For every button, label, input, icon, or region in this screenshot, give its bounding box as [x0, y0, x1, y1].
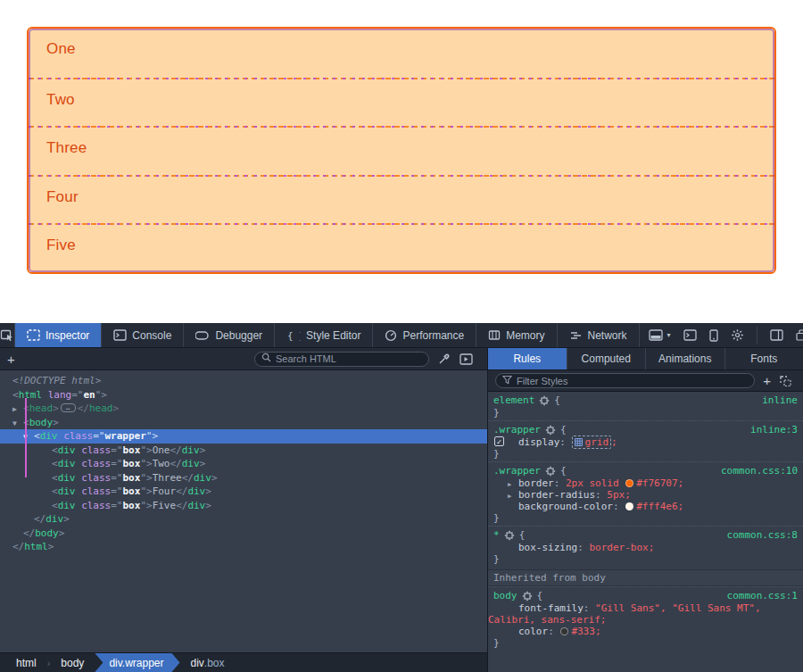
- iframe-picker-icon[interactable]: [459, 353, 473, 365]
- color-swatch[interactable]: [625, 502, 633, 510]
- css-declaration[interactable]: font-family: "Gill Sans", "Gill Sans MT"…: [488, 602, 803, 626]
- code-token: class: [81, 472, 111, 484]
- rule-location-link[interactable]: common.css:10: [721, 465, 798, 477]
- twisty-down-icon[interactable]: ▼: [12, 417, 17, 431]
- twisty-right-icon[interactable]: ▶: [12, 402, 17, 417]
- rule-location-link[interactable]: inline: [762, 394, 798, 406]
- tab-rules[interactable]: Rules: [488, 348, 567, 369]
- code-token: Two: [153, 458, 170, 469]
- property-name: border-radius: [518, 489, 595, 501]
- rule-selector[interactable]: element: [493, 394, 534, 406]
- tab-network[interactable]: Network: [558, 323, 640, 347]
- code-token: <: [12, 389, 19, 401]
- rule-selector[interactable]: *: [493, 529, 500, 541]
- colon: :: [548, 626, 559, 637]
- rule-location-link[interactable]: common.css:1: [727, 590, 798, 601]
- colon: :: [584, 602, 595, 614]
- tab-label: Debugger: [215, 329, 262, 342]
- colon: :: [577, 542, 589, 553]
- responsive-mode-icon[interactable]: [709, 329, 718, 342]
- rule-gear-icon[interactable]: [545, 466, 556, 477]
- eyedropper-icon[interactable]: [438, 353, 451, 365]
- close-brace: }: [488, 407, 803, 419]
- dock-caret-icon[interactable]: ▾: [667, 331, 671, 339]
- tab-performance[interactable]: Performance: [373, 323, 476, 347]
- breadcrumb-item[interactable]: div.box: [180, 653, 236, 672]
- rule-selector[interactable]: body: [493, 590, 517, 601]
- markup-row[interactable]: <div class="box">Three</div>: [0, 471, 487, 485]
- tab-console[interactable]: Console: [102, 323, 184, 347]
- markup-row[interactable]: ▶<head>…</head>: [0, 402, 487, 416]
- rule-gear-icon[interactable]: [522, 591, 533, 601]
- filter-styles-box[interactable]: [495, 373, 755, 388]
- breadcrumb-item[interactable]: html: [5, 653, 47, 672]
- markup-row[interactable]: </div>: [0, 512, 487, 527]
- grid-box-label: Two: [46, 91, 75, 108]
- rule-selector[interactable]: .wrapper: [493, 424, 541, 436]
- rule-selector[interactable]: .wrapper: [493, 465, 541, 477]
- rule-gear-icon[interactable]: [539, 395, 550, 406]
- filter-styles-input[interactable]: [517, 376, 748, 386]
- markup-row[interactable]: ▼<div class="wrapper">: [0, 429, 487, 444]
- tab-inspector[interactable]: Inspector: [15, 323, 102, 347]
- markup-row[interactable]: <div class="box">Five</div>: [0, 499, 487, 513]
- code-token: Four: [153, 485, 177, 497]
- code-token: box: [123, 458, 141, 469]
- breadcrumb-item[interactable]: div.wrapper: [95, 653, 179, 672]
- code-token: </: [34, 513, 46, 525]
- dock-bottom-icon[interactable]: [649, 329, 663, 341]
- code-token: box: [123, 472, 141, 484]
- css-declaration[interactable]: color: #333;: [488, 626, 803, 637]
- markup-row[interactable]: <div class="box">Four</div>: [0, 485, 487, 499]
- code-token: class: [63, 430, 93, 442]
- tab-debugger[interactable]: Debugger: [184, 323, 275, 347]
- grid-box-four: Four: [29, 175, 774, 224]
- property-name: color: [518, 626, 548, 637]
- rule-gear-icon[interactable]: [504, 530, 515, 541]
- css-declaration[interactable]: box-sizing: border-box;: [488, 542, 803, 553]
- separate-window-icon[interactable]: [796, 329, 803, 341]
- code-token: ">: [95, 389, 107, 401]
- markup-row[interactable]: <div class="box">One</div>: [0, 444, 487, 458]
- search-box[interactable]: [254, 352, 429, 367]
- rule-gear-icon[interactable]: [545, 425, 556, 436]
- code-token: =": [111, 485, 122, 497]
- rule-location-link[interactable]: common.css:8: [727, 529, 798, 541]
- tab-memory[interactable]: Memory: [476, 323, 557, 347]
- declaration-checkbox[interactable]: ✓: [494, 436, 504, 446]
- markup-row[interactable]: ▼<body>: [0, 416, 487, 430]
- code-token: <: [52, 472, 58, 484]
- settings-icon[interactable]: [731, 328, 744, 342]
- search-input[interactable]: [276, 353, 422, 364]
- add-node-icon[interactable]: +: [7, 352, 15, 367]
- rule-location-link[interactable]: inline:3: [750, 424, 798, 436]
- html-pane-toolbar: +: [0, 348, 487, 370]
- markup-row[interactable]: <html lang="en">: [0, 388, 487, 402]
- markup-row[interactable]: </body>: [0, 527, 487, 541]
- property-value: 2px solid: [566, 477, 625, 489]
- breadcrumb-item[interactable]: body: [50, 653, 95, 672]
- markup-row[interactable]: <!DOCTYPE html>: [0, 374, 487, 388]
- css-declaration[interactable]: background-color: #fff4e6;: [488, 501, 803, 512]
- markup-row[interactable]: <div class="box">Two</div>: [0, 457, 487, 471]
- tab-computed[interactable]: Computed: [567, 348, 647, 369]
- color-swatch[interactable]: [625, 479, 633, 487]
- css-declaration[interactable]: ▶border: 2px solid #f76707;: [488, 477, 803, 489]
- code-token: </: [170, 458, 182, 469]
- code-token: >: [205, 485, 211, 497]
- grid-highlight-toggle[interactable]: grid: [572, 436, 612, 449]
- pseudo-class-panel-icon[interactable]: [779, 375, 792, 387]
- markup-row[interactable]: </html>: [0, 540, 487, 554]
- tab-style-editor[interactable]: { }Style Editor: [275, 323, 373, 347]
- pick-element-icon[interactable]: [0, 323, 15, 347]
- add-rule-icon[interactable]: +: [763, 373, 771, 388]
- css-declaration[interactable]: ▶border-radius: 5px;: [488, 489, 803, 501]
- ellipsis-icon[interactable]: …: [61, 403, 76, 412]
- tab-fonts[interactable]: Fonts: [725, 348, 803, 369]
- code-token: en: [84, 389, 95, 401]
- split-console-icon[interactable]: [683, 329, 697, 341]
- sidebar-toggle-icon[interactable]: [770, 329, 783, 341]
- color-swatch[interactable]: [560, 627, 568, 635]
- tab-animations[interactable]: Animations: [646, 348, 725, 369]
- css-declaration[interactable]: ✓display: grid;: [488, 436, 803, 448]
